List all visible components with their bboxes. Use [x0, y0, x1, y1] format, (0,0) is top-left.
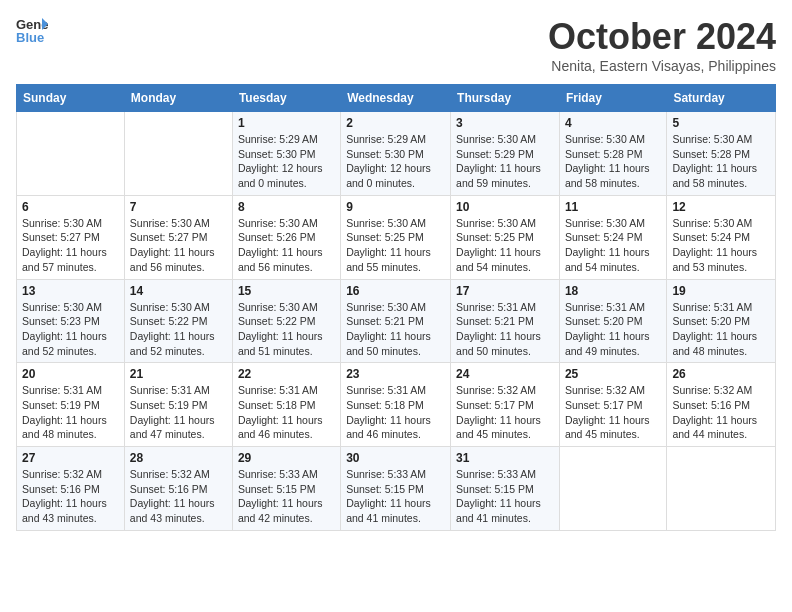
day-info: Sunrise: 5:31 AM Sunset: 5:19 PM Dayligh… — [130, 383, 227, 442]
weekday-header-friday: Friday — [559, 85, 666, 112]
day-info: Sunrise: 5:30 AM Sunset: 5:25 PM Dayligh… — [456, 216, 554, 275]
title-section: October 2024 Nenita, Eastern Visayas, Ph… — [548, 16, 776, 74]
weekday-header-saturday: Saturday — [667, 85, 776, 112]
calendar-cell: 14Sunrise: 5:30 AM Sunset: 5:22 PM Dayli… — [124, 279, 232, 363]
logo-icon: General Blue — [16, 16, 48, 44]
day-info: Sunrise: 5:31 AM Sunset: 5:20 PM Dayligh… — [565, 300, 661, 359]
day-info: Sunrise: 5:30 AM Sunset: 5:23 PM Dayligh… — [22, 300, 119, 359]
day-info: Sunrise: 5:32 AM Sunset: 5:17 PM Dayligh… — [565, 383, 661, 442]
weekday-header-wednesday: Wednesday — [341, 85, 451, 112]
day-number: 19 — [672, 284, 770, 298]
calendar-cell: 3Sunrise: 5:30 AM Sunset: 5:29 PM Daylig… — [451, 112, 560, 196]
weekday-header-tuesday: Tuesday — [232, 85, 340, 112]
day-info: Sunrise: 5:31 AM Sunset: 5:18 PM Dayligh… — [238, 383, 335, 442]
page-header: General Blue October 2024 Nenita, Easter… — [16, 16, 776, 74]
day-info: Sunrise: 5:32 AM Sunset: 5:16 PM Dayligh… — [672, 383, 770, 442]
calendar-cell: 12Sunrise: 5:30 AM Sunset: 5:24 PM Dayli… — [667, 195, 776, 279]
day-number: 12 — [672, 200, 770, 214]
calendar-week-row: 20Sunrise: 5:31 AM Sunset: 5:19 PM Dayli… — [17, 363, 776, 447]
day-info: Sunrise: 5:31 AM Sunset: 5:18 PM Dayligh… — [346, 383, 445, 442]
day-info: Sunrise: 5:29 AM Sunset: 5:30 PM Dayligh… — [238, 132, 335, 191]
weekday-header-thursday: Thursday — [451, 85, 560, 112]
calendar-cell: 22Sunrise: 5:31 AM Sunset: 5:18 PM Dayli… — [232, 363, 340, 447]
calendar-cell: 16Sunrise: 5:30 AM Sunset: 5:21 PM Dayli… — [341, 279, 451, 363]
weekday-header-row: SundayMondayTuesdayWednesdayThursdayFrid… — [17, 85, 776, 112]
day-number: 5 — [672, 116, 770, 130]
day-info: Sunrise: 5:30 AM Sunset: 5:28 PM Dayligh… — [672, 132, 770, 191]
calendar-cell: 2Sunrise: 5:29 AM Sunset: 5:30 PM Daylig… — [341, 112, 451, 196]
day-number: 4 — [565, 116, 661, 130]
day-number: 15 — [238, 284, 335, 298]
month-title: October 2024 — [548, 16, 776, 58]
svg-text:Blue: Blue — [16, 30, 44, 44]
day-info: Sunrise: 5:29 AM Sunset: 5:30 PM Dayligh… — [346, 132, 445, 191]
calendar-cell: 10Sunrise: 5:30 AM Sunset: 5:25 PM Dayli… — [451, 195, 560, 279]
day-number: 29 — [238, 451, 335, 465]
day-info: Sunrise: 5:31 AM Sunset: 5:21 PM Dayligh… — [456, 300, 554, 359]
day-number: 20 — [22, 367, 119, 381]
calendar-cell: 4Sunrise: 5:30 AM Sunset: 5:28 PM Daylig… — [559, 112, 666, 196]
calendar-cell — [559, 447, 666, 531]
day-number: 13 — [22, 284, 119, 298]
day-number: 1 — [238, 116, 335, 130]
day-number: 22 — [238, 367, 335, 381]
calendar-cell: 21Sunrise: 5:31 AM Sunset: 5:19 PM Dayli… — [124, 363, 232, 447]
day-number: 14 — [130, 284, 227, 298]
day-info: Sunrise: 5:30 AM Sunset: 5:26 PM Dayligh… — [238, 216, 335, 275]
location-subtitle: Nenita, Eastern Visayas, Philippines — [548, 58, 776, 74]
calendar-week-row: 6Sunrise: 5:30 AM Sunset: 5:27 PM Daylig… — [17, 195, 776, 279]
calendar-cell: 5Sunrise: 5:30 AM Sunset: 5:28 PM Daylig… — [667, 112, 776, 196]
calendar-cell: 1Sunrise: 5:29 AM Sunset: 5:30 PM Daylig… — [232, 112, 340, 196]
calendar-week-row: 27Sunrise: 5:32 AM Sunset: 5:16 PM Dayli… — [17, 447, 776, 531]
day-info: Sunrise: 5:30 AM Sunset: 5:25 PM Dayligh… — [346, 216, 445, 275]
day-info: Sunrise: 5:30 AM Sunset: 5:22 PM Dayligh… — [130, 300, 227, 359]
calendar-cell: 9Sunrise: 5:30 AM Sunset: 5:25 PM Daylig… — [341, 195, 451, 279]
day-info: Sunrise: 5:32 AM Sunset: 5:16 PM Dayligh… — [22, 467, 119, 526]
day-number: 8 — [238, 200, 335, 214]
calendar-cell: 18Sunrise: 5:31 AM Sunset: 5:20 PM Dayli… — [559, 279, 666, 363]
calendar-cell: 25Sunrise: 5:32 AM Sunset: 5:17 PM Dayli… — [559, 363, 666, 447]
calendar-cell: 8Sunrise: 5:30 AM Sunset: 5:26 PM Daylig… — [232, 195, 340, 279]
calendar-cell: 13Sunrise: 5:30 AM Sunset: 5:23 PM Dayli… — [17, 279, 125, 363]
day-info: Sunrise: 5:30 AM Sunset: 5:24 PM Dayligh… — [565, 216, 661, 275]
calendar-cell: 17Sunrise: 5:31 AM Sunset: 5:21 PM Dayli… — [451, 279, 560, 363]
weekday-header-monday: Monday — [124, 85, 232, 112]
calendar-cell: 26Sunrise: 5:32 AM Sunset: 5:16 PM Dayli… — [667, 363, 776, 447]
day-number: 3 — [456, 116, 554, 130]
day-number: 9 — [346, 200, 445, 214]
calendar-week-row: 13Sunrise: 5:30 AM Sunset: 5:23 PM Dayli… — [17, 279, 776, 363]
day-number: 2 — [346, 116, 445, 130]
day-number: 21 — [130, 367, 227, 381]
day-number: 18 — [565, 284, 661, 298]
day-info: Sunrise: 5:30 AM Sunset: 5:28 PM Dayligh… — [565, 132, 661, 191]
day-info: Sunrise: 5:32 AM Sunset: 5:16 PM Dayligh… — [130, 467, 227, 526]
weekday-header-sunday: Sunday — [17, 85, 125, 112]
calendar-cell: 29Sunrise: 5:33 AM Sunset: 5:15 PM Dayli… — [232, 447, 340, 531]
day-info: Sunrise: 5:32 AM Sunset: 5:17 PM Dayligh… — [456, 383, 554, 442]
day-number: 27 — [22, 451, 119, 465]
day-info: Sunrise: 5:30 AM Sunset: 5:27 PM Dayligh… — [22, 216, 119, 275]
day-info: Sunrise: 5:30 AM Sunset: 5:27 PM Dayligh… — [130, 216, 227, 275]
day-number: 28 — [130, 451, 227, 465]
calendar-cell: 20Sunrise: 5:31 AM Sunset: 5:19 PM Dayli… — [17, 363, 125, 447]
calendar-table: SundayMondayTuesdayWednesdayThursdayFrid… — [16, 84, 776, 531]
day-info: Sunrise: 5:33 AM Sunset: 5:15 PM Dayligh… — [456, 467, 554, 526]
day-number: 16 — [346, 284, 445, 298]
calendar-cell: 11Sunrise: 5:30 AM Sunset: 5:24 PM Dayli… — [559, 195, 666, 279]
calendar-cell: 7Sunrise: 5:30 AM Sunset: 5:27 PM Daylig… — [124, 195, 232, 279]
day-info: Sunrise: 5:31 AM Sunset: 5:20 PM Dayligh… — [672, 300, 770, 359]
day-number: 31 — [456, 451, 554, 465]
day-number: 11 — [565, 200, 661, 214]
calendar-cell: 24Sunrise: 5:32 AM Sunset: 5:17 PM Dayli… — [451, 363, 560, 447]
calendar-cell: 27Sunrise: 5:32 AM Sunset: 5:16 PM Dayli… — [17, 447, 125, 531]
calendar-cell: 30Sunrise: 5:33 AM Sunset: 5:15 PM Dayli… — [341, 447, 451, 531]
calendar-week-row: 1Sunrise: 5:29 AM Sunset: 5:30 PM Daylig… — [17, 112, 776, 196]
day-info: Sunrise: 5:33 AM Sunset: 5:15 PM Dayligh… — [346, 467, 445, 526]
day-info: Sunrise: 5:30 AM Sunset: 5:29 PM Dayligh… — [456, 132, 554, 191]
day-info: Sunrise: 5:30 AM Sunset: 5:22 PM Dayligh… — [238, 300, 335, 359]
day-number: 6 — [22, 200, 119, 214]
calendar-cell: 31Sunrise: 5:33 AM Sunset: 5:15 PM Dayli… — [451, 447, 560, 531]
calendar-cell — [667, 447, 776, 531]
calendar-cell — [124, 112, 232, 196]
day-number: 23 — [346, 367, 445, 381]
